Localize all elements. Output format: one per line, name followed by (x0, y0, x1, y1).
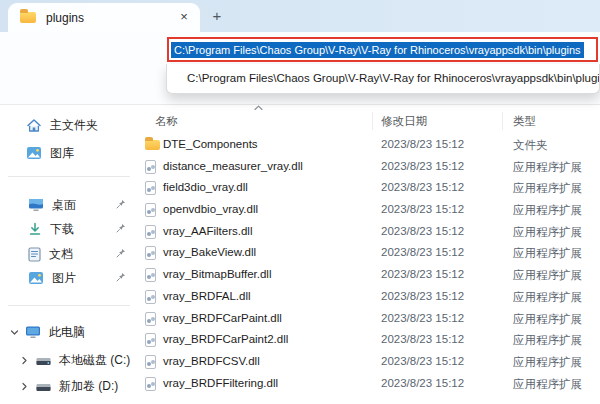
file-type: 应用程序扩展 (513, 377, 582, 392)
file-name: vray_BRDFFiltering.dll (163, 377, 278, 389)
column-header-name[interactable]: 名称 (155, 114, 178, 129)
sidebar-item-label: 桌面 (52, 197, 76, 214)
pin-icon (116, 223, 126, 233)
new-tab-button[interactable]: + (206, 5, 228, 27)
file-type: 应用程序扩展 (513, 290, 582, 305)
table-row[interactable]: vray_BRDFAL.dll 2023/8/23 15:12 应用程序扩展 (140, 286, 600, 308)
address-path-selected-text[interactable]: C:\Program Files\Chaos Group\V-Ray\V-Ray… (171, 42, 584, 58)
file-type: 应用程序扩展 (513, 333, 582, 348)
dll-file-icon (145, 181, 156, 195)
documents-icon (28, 247, 41, 262)
file-name: vray_BRDFCarPaint.dll (163, 312, 282, 324)
column-divider[interactable] (372, 112, 373, 130)
sidebar-item-downloads[interactable]: 下载 (0, 217, 140, 241)
file-date: 2023/8/23 15:12 (381, 377, 464, 389)
table-row[interactable]: openvdbio_vray.dll 2023/8/23 15:12 应用程序扩… (140, 199, 600, 221)
table-row[interactable]: vray_BRDFFiltering.dll 2023/8/23 15:12 应… (140, 373, 600, 395)
file-date: 2023/8/23 15:12 (381, 203, 464, 215)
file-explorer-window: { "window": { "tab": { "label": "plugins… (0, 0, 600, 404)
this-pc-icon (25, 325, 41, 339)
sidebar-divider (8, 305, 130, 306)
folder-icon (20, 12, 36, 23)
address-suggestion-dropdown: C:\Program Files\Chaos Group\V-Ray\V-Ray… (166, 64, 600, 94)
tab-bar: plugins × + (0, 0, 600, 32)
file-date: 2023/8/23 15:12 (381, 225, 464, 237)
sidebar-item-this-pc[interactable]: 此电脑 (0, 320, 140, 344)
file-name: openvdbio_vray.dll (163, 203, 258, 215)
table-row[interactable]: field3dio_vray.dll 2023/8/23 15:12 应用程序扩… (140, 177, 600, 199)
file-type: 应用程序扩展 (513, 355, 582, 370)
table-row[interactable]: distance_measurer_vray.dll 2023/8/23 15:… (140, 156, 600, 178)
drive-icon (36, 355, 51, 366)
pin-icon (116, 248, 126, 258)
column-header-type[interactable]: 类型 (513, 114, 536, 129)
file-date: 2023/8/23 15:12 (381, 333, 464, 345)
file-rows: DTE_Components 2023/8/23 15:12 文件夹 dista… (140, 134, 600, 394)
table-row[interactable]: DTE_Components 2023/8/23 15:12 文件夹 (140, 134, 600, 156)
file-name: vray_BRDFCSV.dll (163, 355, 260, 367)
sidebar-item-local-disk-c[interactable]: 本地磁盘 (C:) (0, 348, 140, 372)
sidebar-item-documents[interactable]: 文档 (0, 242, 140, 266)
pin-icon (116, 199, 126, 209)
address-suggestion-item[interactable]: C:\Program Files\Chaos Group\V-Ray\V-Ray… (167, 64, 599, 93)
dll-file-icon (145, 312, 156, 326)
dll-file-icon (145, 225, 156, 239)
sidebar-item-home[interactable]: 主文件夹 (0, 113, 140, 137)
file-type: 应用程序扩展 (513, 246, 582, 261)
sidebar-item-label: 图库 (50, 145, 74, 162)
file-name: vray_BitmapBuffer.dll (163, 268, 271, 280)
file-date: 2023/8/23 15:12 (381, 160, 464, 172)
file-date: 2023/8/23 15:12 (381, 138, 464, 150)
file-type: 应用程序扩展 (513, 312, 582, 327)
address-bar[interactable]: C:\Program Files\Chaos Group\V-Ray\V-Ray… (167, 37, 598, 62)
dll-file-icon (145, 246, 156, 260)
sidebar-item-label: 本地磁盘 (C:) (59, 352, 130, 369)
dll-file-icon (145, 268, 156, 282)
file-type: 应用程序扩展 (513, 203, 582, 218)
file-date: 2023/8/23 15:12 (381, 246, 464, 258)
table-row[interactable]: vray_BakeView.dll 2023/8/23 15:12 应用程序扩展 (140, 242, 600, 264)
sidebar-item-desktop[interactable]: 桌面 (0, 193, 140, 217)
tab-label: plugins (46, 11, 84, 25)
close-tab-icon[interactable]: × (174, 7, 194, 27)
file-name: DTE_Components (163, 138, 258, 150)
dll-file-icon (145, 160, 156, 174)
dll-file-icon (145, 290, 156, 304)
table-row[interactable]: vray_BRDFCSV.dll 2023/8/23 15:12 应用程序扩展 (140, 351, 600, 373)
tab-plugins[interactable]: plugins × (8, 3, 200, 32)
sidebar-divider (8, 176, 130, 177)
sidebar-item-label: 文档 (49, 246, 73, 263)
file-date: 2023/8/23 15:12 (381, 290, 464, 302)
desktop-icon (28, 198, 44, 212)
chevron-right-icon[interactable] (20, 382, 29, 391)
sidebar: 主文件夹 图库 桌面 下载 文档 (0, 105, 140, 404)
sidebar-item-gallery[interactable]: 图库 (0, 141, 140, 165)
sidebar-item-label: 图片 (52, 270, 76, 287)
pin-icon (116, 272, 126, 282)
file-date: 2023/8/23 15:12 (381, 312, 464, 324)
table-row[interactable]: vray_BRDFCarPaint2.dll 2023/8/23 15:12 应… (140, 329, 600, 351)
sidebar-item-label: 新加卷 (D:) (59, 378, 118, 395)
downloads-icon (28, 222, 42, 236)
sidebar-item-label: 此电脑 (49, 324, 85, 341)
sort-ascending-icon (254, 105, 263, 111)
table-row[interactable]: vray_BRDFCarPaint.dll 2023/8/23 15:12 应用… (140, 308, 600, 330)
chevron-down-icon[interactable] (10, 328, 19, 337)
table-row[interactable]: vray_BitmapBuffer.dll 2023/8/23 15:12 应用… (140, 264, 600, 286)
file-name: vray_AAFilters.dll (163, 225, 252, 237)
dll-file-icon (145, 377, 156, 391)
file-date: 2023/8/23 15:12 (381, 181, 464, 193)
file-date: 2023/8/23 15:12 (381, 268, 464, 280)
chevron-right-icon[interactable] (20, 356, 29, 365)
sidebar-item-label: 下载 (50, 221, 74, 238)
column-divider[interactable] (502, 112, 503, 130)
column-header-date[interactable]: 修改日期 (381, 114, 427, 129)
file-date: 2023/8/23 15:12 (381, 355, 464, 367)
sidebar-item-new-volume-d[interactable]: 新加卷 (D:) (0, 374, 140, 398)
file-list: 名称 修改日期 类型 DTE_Components 2023/8/23 15:1… (140, 105, 600, 404)
table-row[interactable]: vray_AAFilters.dll 2023/8/23 15:12 应用程序扩… (140, 221, 600, 243)
dll-file-icon (145, 333, 156, 347)
file-name: vray_BakeView.dll (163, 246, 256, 258)
folder-icon (145, 140, 160, 150)
sidebar-item-pictures[interactable]: 图片 (0, 266, 140, 290)
